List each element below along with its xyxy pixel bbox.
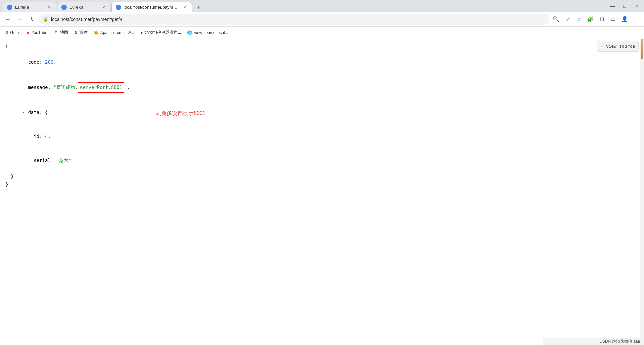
tomcat-label: Apache Tomcat®... xyxy=(100,30,134,35)
json-serial-line: serial: "赵六" xyxy=(5,149,639,172)
json-open-brace: { xyxy=(5,42,639,50)
youtube-label: YouTube xyxy=(32,30,47,35)
menu-icon[interactable]: ⋮ xyxy=(631,14,641,25)
json-message-line: message: "查询成功,serverPort:8001", xyxy=(5,74,639,101)
close-button[interactable]: ✕ xyxy=(632,1,641,11)
json-data-close: } xyxy=(5,173,639,181)
url-text: localhost/consumer/payment/get/4 xyxy=(51,17,545,22)
map-label: 地图 xyxy=(60,30,68,35)
tab-close-2[interactable]: ✕ xyxy=(101,5,106,10)
title-bar: Eureka ✕ Eureka ✕ localhost/consumer/pay… xyxy=(0,0,644,12)
chrome-favicon: ● xyxy=(140,30,143,35)
tab-title-3: localhost/consumer/payment/ xyxy=(124,5,179,10)
toolbar: ← → ↻ 🔒 localhost/consumer/payment/get/4… xyxy=(0,12,644,27)
view-source-button[interactable]: + view source xyxy=(597,41,639,52)
status-text: CSDN @清风微痕 aaa xyxy=(599,339,640,344)
cast-icon[interactable]: ⊡ xyxy=(596,14,607,25)
tab-eureka-2[interactable]: Eureka ✕ xyxy=(57,2,111,12)
json-data-line: - data: { xyxy=(5,101,639,125)
bookmark-chrome[interactable]: ● chrome浏览器没声... xyxy=(138,28,184,37)
address-bar[interactable]: 🔒 localhost/consumer/payment/get/4 xyxy=(39,14,549,25)
window-controls: — □ ✕ xyxy=(608,1,641,11)
extensions-icon[interactable]: 🧩 xyxy=(585,14,596,25)
minimize-button[interactable]: — xyxy=(608,1,617,11)
scrollbar-track[interactable] xyxy=(640,39,644,338)
tab-eureka-1[interactable]: Eureka ✕ xyxy=(3,2,56,12)
gmail-favicon: G xyxy=(5,30,8,35)
bookmark-gmail[interactable]: G Gmail xyxy=(3,29,23,36)
chrome-label: chrome浏览器没声... xyxy=(144,30,181,35)
maximize-button[interactable]: □ xyxy=(620,1,629,11)
tabs-area: Eureka ✕ Eureka ✕ localhost/consumer/pay… xyxy=(3,0,605,12)
lock-icon: 🔒 xyxy=(43,17,48,22)
tab-payment[interactable]: localhost/consumer/payment/ ✕ xyxy=(111,2,192,12)
json-display: { code: 200, message: "查询成功,serverPort:8… xyxy=(5,42,639,188)
bookmark-youtube[interactable]: ▶ YouTube xyxy=(24,29,50,36)
share-icon[interactable]: ↗ xyxy=(562,14,573,25)
tab-favicon-2 xyxy=(61,5,67,10)
reload-button[interactable]: ↻ xyxy=(27,14,38,25)
baidu-label: 百度 xyxy=(79,30,88,35)
profile-icon[interactable]: 👤 xyxy=(619,14,630,25)
bookmark-baidu[interactable]: 百 百度 xyxy=(71,28,90,37)
tab-close-1[interactable]: ✕ xyxy=(47,5,52,10)
scrollbar-thumb[interactable] xyxy=(641,39,643,59)
tab-title-1: Eureka xyxy=(15,5,44,10)
status-bar: CSDN @清风微痕 aaa xyxy=(543,338,644,345)
new-tab-button[interactable]: + xyxy=(194,3,203,12)
json-id-line: id: 4, xyxy=(5,125,639,149)
annotation-text: 刷新多次都显示8001 xyxy=(156,109,206,118)
search-icon[interactable]: 🔍 xyxy=(551,14,561,25)
gmail-label: Gmail xyxy=(10,30,20,35)
bookmark-icon[interactable]: ☆ xyxy=(574,14,584,25)
youtube-favicon: ▶ xyxy=(27,30,30,35)
map-favicon: 📍 xyxy=(53,30,58,35)
viewsource-label: view-source:local... xyxy=(194,30,228,35)
forward-button[interactable]: → xyxy=(15,14,25,25)
toolbar-actions: 🔍 ↗ ☆ 🧩 ⊡ ▭ 👤 ⋮ xyxy=(551,14,641,25)
tab-favicon-3 xyxy=(116,5,121,10)
bookmark-map[interactable]: 📍 地图 xyxy=(51,28,71,37)
back-button[interactable]: ← xyxy=(3,14,13,25)
tomcat-favicon: 🐱 xyxy=(94,30,99,35)
bookmark-viewsource[interactable]: 🌐 view-source:local... xyxy=(184,29,231,36)
json-close-brace: } xyxy=(5,181,639,189)
json-code-line: code: 200, xyxy=(5,50,639,74)
bookmark-tomcat[interactable]: 🐱 Apache Tomcat®... xyxy=(91,29,137,36)
server-port-highlight: serverPort:8001 xyxy=(78,82,124,93)
tab-favicon-1 xyxy=(7,5,12,10)
tab-close-3[interactable]: ✕ xyxy=(182,5,187,10)
bookmarks-bar: G Gmail ▶ YouTube 📍 地图 百 百度 🐱 Apache Tom… xyxy=(0,27,644,38)
baidu-favicon: 百 xyxy=(74,30,78,35)
content-area: + view source { code: 200, message: "查询成… xyxy=(0,38,644,333)
tab-title-2: Eureka xyxy=(69,5,98,10)
sidebar-icon[interactable]: ▭ xyxy=(608,14,619,25)
viewsource-favicon: 🌐 xyxy=(187,30,192,35)
